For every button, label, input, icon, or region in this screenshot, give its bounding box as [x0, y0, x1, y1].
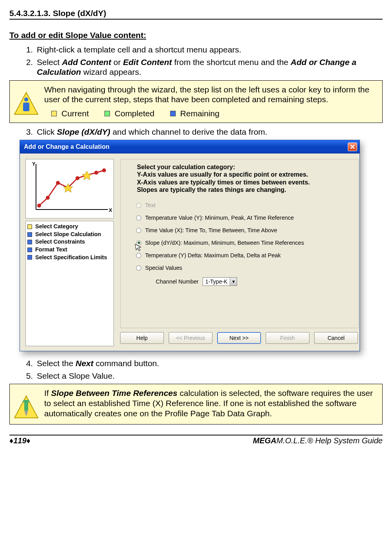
step-3-b: Slope (dX/dY) [57, 127, 110, 136]
radio-time-x[interactable]: Time Value (X): Time To, Time Between, T… [136, 227, 354, 233]
radio-icon [136, 203, 141, 208]
radio-label: Time Value (X): Time To, Time Between, T… [145, 227, 277, 233]
instruction-list: Right-click a template cell and a shortc… [9, 45, 383, 77]
radio-text: Text [136, 202, 354, 208]
svg-point-10 [76, 176, 79, 180]
svg-point-8 [46, 196, 50, 200]
step-2-or: or [111, 58, 123, 67]
legend-remaining-swatch [170, 111, 176, 116]
step-list-item[interactable]: Select Specification Limits [27, 254, 112, 262]
svg-text:Y: Y [32, 161, 36, 167]
channel-number-label: Channel Number [156, 278, 199, 285]
chevron-down-icon[interactable]: ▼ [230, 278, 237, 285]
step-3-a: Click [37, 127, 57, 136]
svg-point-2 [24, 98, 28, 101]
step-3-c: and which channel to derive the data fro… [110, 127, 268, 136]
step-2: Select Add Content or Edit Content from … [35, 57, 383, 77]
svg-marker-14 [82, 171, 92, 180]
note1-text: When navigating through the wizard, the … [44, 85, 378, 105]
svg-point-7 [37, 204, 41, 208]
channel-number-row: Channel Number 1-Type-K ▼ [156, 277, 354, 286]
cancel-button[interactable]: Cancel [314, 332, 358, 344]
step-4-a: Select the [37, 359, 76, 368]
svg-point-19 [23, 400, 30, 403]
legend-completed-swatch [104, 111, 110, 116]
radio-label: Temperature Value (Y): Minimum, Peak, At… [145, 215, 294, 221]
step-1: Right-click a template cell and a shortc… [35, 45, 383, 55]
step-3: Click Slope (dX/dY) and which channel to… [35, 127, 383, 137]
section-heading: 5.4.3.2.1.3. Slope (dX/dY) [9, 9, 383, 20]
dialog-title: Add or Change a Calculation [24, 143, 110, 150]
svg-point-11 [94, 171, 98, 175]
step-list-item[interactable]: Select Slope Calculation [27, 231, 112, 238]
step-4: Select the Next command button. [35, 358, 383, 369]
legend-remaining-label: Remaining [180, 108, 219, 119]
step-2-add: Add Content [62, 58, 111, 67]
next-button[interactable]: Next >> [217, 332, 261, 344]
footer-guide: MEGAM.O.L.E.® Help System Guide [253, 436, 383, 445]
radio-special-values[interactable]: Special Values [136, 265, 354, 271]
svg-point-12 [102, 168, 106, 172]
group-heading: Select your calculation category: Y-Axis… [125, 163, 354, 193]
legend-completed-label: Completed [115, 108, 155, 119]
step-list-item[interactable]: Select Constraints [27, 238, 112, 246]
footer-guide-prefix: MEGA [253, 436, 277, 445]
radio-icon[interactable] [136, 253, 141, 258]
legend-completed: Completed [104, 108, 155, 119]
radio-label: Text [145, 202, 156, 208]
page-footer: ♦119♦ MEGAM.O.L.E.® Help System Guide [9, 435, 383, 445]
step-4-c: command button. [94, 359, 159, 368]
calculation-category-group: Select your calculation category: Y-Axis… [120, 159, 359, 328]
radio-temperature-y[interactable]: Temperature Value (Y): Minimum, Peak, At… [136, 215, 354, 221]
wizard-chart-preview: Y X [25, 159, 114, 219]
step-2-from: from the shortcut menu and the [172, 58, 291, 67]
svg-point-9 [56, 181, 60, 185]
close-button[interactable] [348, 143, 357, 151]
help-button[interactable]: Help [120, 332, 164, 344]
radio-icon[interactable] [136, 240, 141, 246]
radio-temperature-delta[interactable]: Temperature (Y) Delta: Maximum Delta, De… [136, 252, 354, 258]
info-icon [14, 92, 39, 117]
radio-label: Special Values [145, 265, 182, 271]
step-4-b: Next [76, 359, 94, 368]
step-5: Select a Slope Value. [35, 371, 383, 381]
radio-icon[interactable] [136, 266, 141, 271]
step-2-text: Select [37, 58, 62, 67]
channel-number-value: 1-Type-K [203, 278, 230, 285]
step-list-item[interactable]: Format Text [27, 246, 112, 254]
legend-current-swatch [51, 111, 57, 116]
radio-label: Temperature (Y) Delta: Maximum Delta, De… [145, 252, 281, 258]
radio-icon[interactable] [136, 228, 141, 233]
svg-text:X: X [109, 207, 112, 213]
step-2-edit: Edit Content [123, 58, 172, 67]
finish-button: Finish [266, 332, 309, 344]
step-2-end: wizard appears. [81, 67, 141, 76]
note-box-slope-between: If Slope Between Time References calcula… [9, 384, 383, 425]
step-list-item[interactable]: Select Category [27, 223, 112, 231]
channel-number-combo[interactable]: 1-Type-K ▼ [203, 277, 237, 286]
legend-current: Current [51, 108, 89, 119]
wizard-screenshot: Add or Change a Calculation Y X [20, 140, 383, 351]
sub-heading: To add or edit Slope Value content: [9, 31, 383, 40]
instruction-list-3: Click Slope (dX/dY) and which channel to… [9, 127, 383, 137]
svg-rect-1 [23, 103, 29, 111]
note-box-color-key: When navigating through the wizard, the … [9, 80, 383, 123]
previous-button: << Previous [169, 332, 212, 344]
svg-rect-17 [24, 402, 28, 411]
radio-slope[interactable]: Slope (dY/dX): Maximum, Minimum, Between… [136, 240, 354, 246]
wizard-dialog: Add or Change a Calculation Y X [20, 140, 360, 351]
legend-current-label: Current [61, 108, 89, 119]
legend-remaining: Remaining [170, 108, 219, 119]
wizard-button-row: Help << Previous Next >> Finish Cancel [120, 328, 359, 344]
note2-a: If [44, 388, 51, 397]
instruction-list-4: Select the Next command button. Select a… [9, 358, 383, 381]
radio-icon[interactable] [136, 215, 141, 220]
note2-b: Slope Between Time References [51, 388, 178, 397]
footer-guide-rest: M.O.L.E.® Help System Guide [277, 436, 383, 445]
radio-label: Slope (dY/dX): Maximum, Minimum, Between… [145, 240, 304, 246]
titlebar: Add or Change a Calculation [20, 140, 360, 154]
wizard-step-list: Select Category Select Slope Calculation… [25, 221, 114, 346]
legend-row: Current Completed Remaining [51, 108, 378, 119]
pin-icon [14, 395, 39, 420]
page-number: ♦119♦ [9, 436, 31, 445]
